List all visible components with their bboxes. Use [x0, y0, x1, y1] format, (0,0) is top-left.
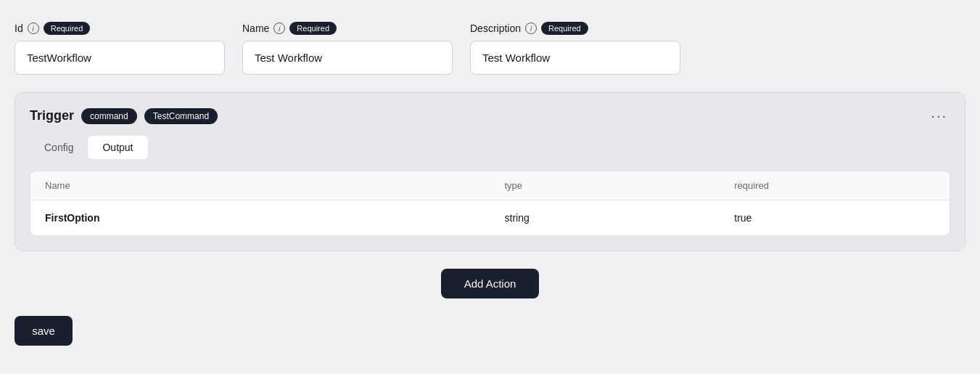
tab-output[interactable]: Output: [88, 136, 147, 159]
trigger-header: Trigger command TestCommand ···: [30, 107, 950, 124]
description-input[interactable]: [470, 41, 680, 75]
top-fields-container: Id i Required Name i Required Descriptio…: [15, 22, 965, 75]
id-input[interactable]: [15, 41, 225, 75]
name-required-badge: Required: [289, 22, 337, 35]
trigger-more-button[interactable]: ···: [928, 107, 950, 124]
cell-required: true: [720, 200, 950, 236]
name-info-icon: i: [273, 23, 285, 34]
description-label-row: Description i Required: [470, 22, 680, 35]
trigger-tabs: Config Output: [30, 136, 950, 159]
description-label: Description: [470, 23, 521, 34]
col-header-required: required: [720, 171, 950, 200]
id-required-badge: Required: [44, 22, 91, 35]
table-row: FirstOption string true: [30, 200, 950, 236]
trigger-tag-testcommand: TestCommand: [144, 108, 218, 124]
add-action-row: Add Action: [15, 269, 965, 298]
description-required-badge: Required: [541, 22, 588, 35]
name-label-row: Name i Required: [242, 22, 453, 35]
name-input[interactable]: [242, 41, 453, 75]
description-info-icon: i: [525, 23, 537, 34]
col-header-name: Name: [30, 171, 490, 200]
add-action-button[interactable]: Add Action: [441, 269, 540, 298]
output-table-container: Name type required FirstOption string tr…: [30, 171, 950, 236]
trigger-card: Trigger command TestCommand ··· Config O…: [15, 92, 965, 251]
id-label-row: Id i Required: [15, 22, 225, 35]
description-field-group: Description i Required: [470, 22, 680, 75]
cell-type: string: [490, 200, 720, 236]
name-label: Name: [242, 23, 269, 34]
name-field-group: Name i Required: [242, 22, 453, 75]
id-field-group: Id i Required: [15, 22, 225, 75]
save-button[interactable]: save: [15, 316, 73, 346]
trigger-tag-command: command: [81, 108, 137, 124]
table-header-row: Name type required: [30, 171, 950, 200]
tab-config[interactable]: Config: [30, 136, 88, 159]
trigger-title: Trigger: [30, 108, 74, 123]
id-label: Id: [15, 23, 23, 34]
id-info-icon: i: [28, 23, 39, 34]
output-table: Name type required FirstOption string tr…: [30, 171, 950, 235]
col-header-type: type: [490, 171, 720, 200]
cell-name: FirstOption: [30, 200, 490, 236]
